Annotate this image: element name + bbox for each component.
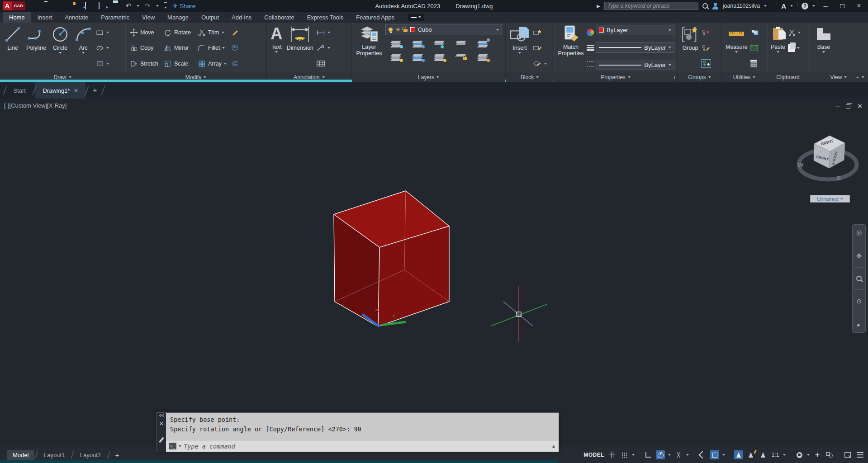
color-dropdown-arrow-icon[interactable] bbox=[669, 29, 671, 31]
quick-calculator-button[interactable] bbox=[750, 58, 759, 70]
offset-button[interactable] bbox=[230, 58, 239, 70]
isolate-objects-button[interactable] bbox=[825, 450, 834, 459]
tab-home[interactable]: Home bbox=[3, 12, 31, 23]
linetype-dropdown-arrow-icon[interactable] bbox=[669, 64, 671, 66]
layer-unlock-icon[interactable] bbox=[403, 29, 408, 32]
text-button[interactable]: A Text bbox=[269, 24, 284, 72]
file-tab-start[interactable]: Start bbox=[6, 82, 33, 99]
isodraft-toggle[interactable]: ╳ bbox=[674, 450, 683, 459]
array-dropdown-icon[interactable] bbox=[224, 63, 227, 65]
base-button[interactable]: Base bbox=[816, 24, 832, 72]
showmotion-icon[interactable]: ▸ bbox=[857, 321, 860, 328]
dimension-button[interactable]: Dimension bbox=[285, 24, 315, 72]
tab-add-ins[interactable]: Add-ins bbox=[225, 12, 258, 23]
pan-icon[interactable]: ✥ bbox=[856, 252, 862, 260]
text-dropdown-icon[interactable] bbox=[275, 51, 278, 53]
osnap-tracking-toggle[interactable] bbox=[698, 450, 707, 459]
copy-button[interactable]: Copy bbox=[130, 42, 160, 54]
tab-collaborate[interactable]: Collaborate bbox=[258, 12, 301, 23]
arc-button[interactable]: Arc bbox=[72, 24, 94, 72]
tab-output[interactable]: Output bbox=[195, 12, 225, 23]
red-cube[interactable] bbox=[334, 191, 449, 326]
layer-properties-button[interactable]: Layer Properties bbox=[354, 24, 384, 72]
viewcube-view-name-badge[interactable]: Unnamed bbox=[810, 195, 850, 203]
circle-button[interactable]: Circle bbox=[49, 24, 71, 72]
undo-dropdown-icon[interactable] bbox=[137, 5, 139, 7]
fillet-dropdown-icon[interactable] bbox=[222, 47, 225, 49]
ortho-toggle[interactable] bbox=[644, 450, 653, 459]
layer-lock-button[interactable] bbox=[451, 37, 472, 51]
dimension-linear-dropdown-icon[interactable] bbox=[327, 32, 330, 33]
layer-dropdown[interactable]: ☀ Cubo bbox=[385, 24, 502, 35]
layer-color-swatch[interactable] bbox=[410, 27, 415, 32]
panel-label-properties[interactable]: Properties bbox=[554, 72, 677, 82]
command-customize-icon[interactable] bbox=[159, 437, 164, 443]
hatch-dropdown-icon[interactable] bbox=[106, 63, 109, 65]
polyline-button[interactable]: Polyline bbox=[24, 24, 48, 72]
leader-dropdown-icon[interactable] bbox=[327, 47, 330, 49]
autodesk-dropdown-icon[interactable] bbox=[790, 5, 793, 7]
command-scroll-up-icon[interactable]: ▲ bbox=[551, 444, 556, 449]
status-customization-menu-button[interactable] bbox=[855, 450, 864, 459]
measure-dropdown-icon[interactable] bbox=[735, 51, 738, 53]
navigation-wheel-icon[interactable]: ◎ bbox=[856, 229, 862, 236]
object-snap-dropdown-icon[interactable] bbox=[722, 454, 725, 456]
panel-label-clipboard[interactable]: Clipboard bbox=[767, 72, 809, 82]
match-properties-button[interactable]: Match Properties bbox=[556, 24, 585, 72]
tab-view[interactable]: View bbox=[136, 12, 161, 23]
line-button[interactable]: Line bbox=[2, 24, 23, 72]
command-window-drag-handle[interactable] bbox=[159, 414, 164, 417]
redo-icon[interactable]: ↷ bbox=[145, 2, 151, 9]
tab-manage[interactable]: Manage bbox=[161, 12, 195, 23]
search-input[interactable] bbox=[604, 2, 698, 10]
tab-featured-apps[interactable]: Featured Apps bbox=[350, 12, 401, 23]
layer-make-current-button[interactable] bbox=[472, 37, 494, 51]
redo-dropdown-icon[interactable] bbox=[156, 5, 159, 7]
edit-attributes-button[interactable] bbox=[533, 58, 547, 70]
orbit-icon[interactable]: ⊙ bbox=[856, 298, 862, 305]
plot-icon[interactable] bbox=[112, 2, 120, 9]
explode-button[interactable] bbox=[230, 42, 239, 54]
help-icon[interactable]: ? bbox=[802, 3, 808, 9]
base-dropdown-icon[interactable] bbox=[822, 51, 825, 53]
ribbon-collapse-icon[interactable] bbox=[856, 76, 859, 78]
annotation-scale-value[interactable]: 1:1 bbox=[771, 450, 780, 459]
panel-label-block[interactable]: Block bbox=[506, 72, 554, 82]
command-input[interactable] bbox=[184, 443, 549, 450]
tab-express-tools[interactable]: Express Tools bbox=[301, 12, 350, 23]
lineweight-dropdown-arrow-icon[interactable] bbox=[669, 47, 671, 48]
layer-dropdown-arrow-icon[interactable] bbox=[496, 29, 499, 31]
ribbon-display-cycle-icon[interactable] bbox=[862, 76, 864, 78]
leader-button[interactable] bbox=[316, 42, 330, 54]
select-similar-button[interactable] bbox=[750, 42, 759, 54]
paste-button[interactable]: Paste bbox=[769, 24, 787, 72]
rectangle-dropdown-icon[interactable] bbox=[106, 32, 109, 33]
ellipse-button[interactable] bbox=[95, 42, 109, 54]
create-block-button[interactable] bbox=[533, 27, 547, 38]
model-space-toggle[interactable]: MODEL bbox=[583, 450, 604, 459]
insert-block-button[interactable]: Insert bbox=[508, 24, 531, 72]
username[interactable]: joana1102silva bbox=[723, 3, 760, 9]
clean-screen-button[interactable] bbox=[843, 450, 852, 459]
new-file-icon[interactable] bbox=[31, 2, 39, 9]
annotation-scale-dropdown-icon[interactable] bbox=[783, 454, 786, 456]
table-button[interactable] bbox=[316, 58, 330, 70]
tab-insert[interactable]: Insert bbox=[31, 12, 59, 23]
polar-tracking-toggle[interactable] bbox=[656, 450, 665, 459]
open-from-mobile-icon[interactable]: ◂ bbox=[85, 2, 93, 9]
tab-annotate[interactable]: Annotate bbox=[58, 12, 95, 23]
zoom-extents-icon[interactable] bbox=[856, 276, 862, 281]
copy-clip-dropdown-icon[interactable] bbox=[797, 47, 800, 49]
copy-clip-button[interactable] bbox=[788, 42, 801, 54]
cut-dropdown-icon[interactable] bbox=[798, 32, 801, 33]
erase-button[interactable] bbox=[230, 27, 239, 38]
save-to-mobile-icon[interactable]: ◂ bbox=[99, 2, 107, 9]
polar-dropdown-icon[interactable] bbox=[668, 454, 671, 456]
layer-unlock-button[interactable] bbox=[451, 51, 472, 64]
edit-block-button[interactable] bbox=[533, 42, 547, 54]
cut-button[interactable] bbox=[788, 27, 801, 38]
panel-label-view[interactable]: View bbox=[809, 72, 868, 82]
snap-dropdown-icon[interactable] bbox=[632, 454, 635, 456]
scale-button[interactable]: Scale bbox=[164, 58, 194, 70]
annotation-autoscale-toggle[interactable] bbox=[746, 450, 755, 459]
